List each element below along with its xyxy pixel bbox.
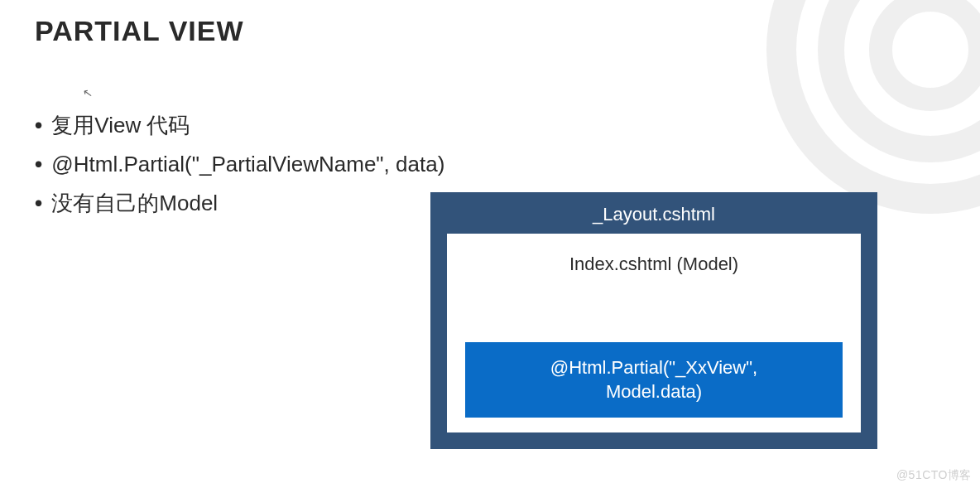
index-box: Index.cshtml (Model) @Html.Partial("_XxV… [447,234,861,432]
partial-line-1: @Html.Partial("_XxView", [473,355,834,380]
slide-title: PARTIAL VIEW [35,15,244,47]
background-swirl-decoration [765,0,980,215]
svg-point-2 [881,0,980,99]
svg-point-0 [781,0,980,199]
cursor-icon: ↖ [82,85,94,100]
partial-call-box: @Html.Partial("_XxView", Model.data) [465,342,843,418]
bullet-item: @Html.Partial("_PartialViewName", data) [35,145,444,184]
index-label: Index.cshtml (Model) [465,254,843,275]
bullet-item: 复用View 代码 [35,106,444,145]
layout-diagram: _Layout.cshtml Index.cshtml (Model) @Htm… [430,192,877,449]
bullet-item: 没有自己的Model [35,184,444,223]
layout-label: _Layout.cshtml [447,204,861,225]
svg-point-1 [831,0,980,149]
bullet-list: 复用View 代码 @Html.Partial("_PartialViewNam… [35,106,444,222]
partial-line-2: Model.data) [473,379,834,404]
watermark-text: @51CTO博客 [896,468,972,483]
